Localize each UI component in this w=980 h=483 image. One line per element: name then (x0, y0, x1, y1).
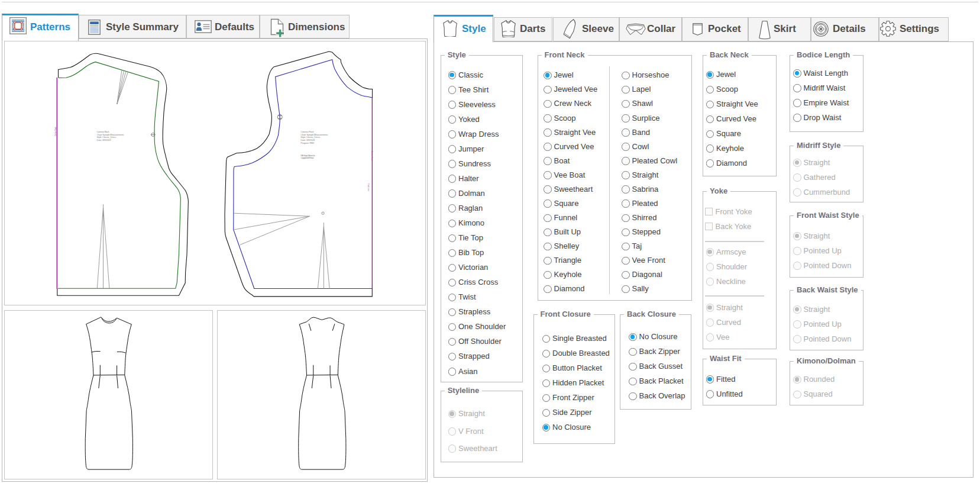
svg-text:Program: 9982: Program: 9982 (300, 141, 315, 144)
svg-text:Center Back: Center Back (54, 126, 57, 136)
svg-text:Fold Line: Fold Line (367, 183, 370, 192)
svg-text:Date: 3/9/2009: Date: 3/9/2009 (97, 139, 112, 141)
svg-text:Center Front: Center Front (371, 151, 374, 162)
svg-text:Copyright 2008 Printed: Copyright 2008 Printed (300, 157, 313, 159)
